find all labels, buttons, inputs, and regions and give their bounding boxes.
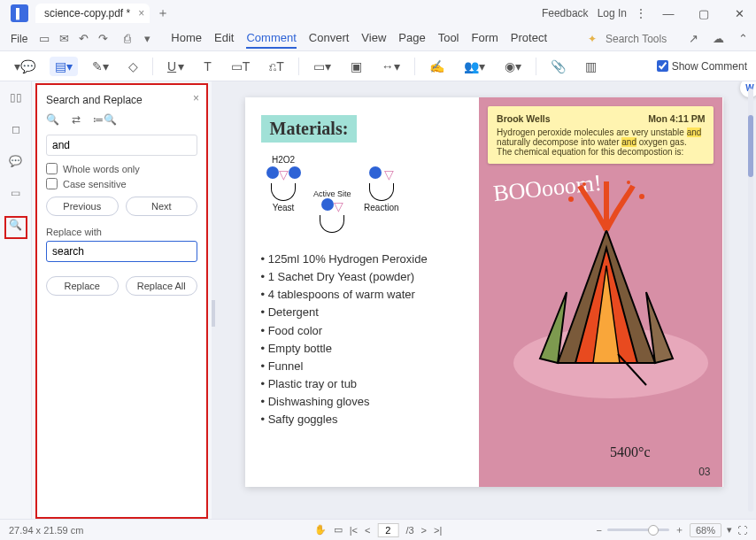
print-dropdown-icon[interactable]: ▾ (139, 32, 155, 45)
mail-icon[interactable]: ✉ (56, 32, 72, 45)
textbox-tool[interactable]: ▭T (226, 57, 256, 76)
stamp-tool[interactable]: ▣ (345, 57, 367, 76)
manage-tool[interactable]: ▥ (580, 57, 602, 76)
maximize-button[interactable]: ▢ (690, 7, 717, 20)
zoom-slider[interactable] (607, 528, 669, 531)
highlight-tool[interactable]: ▤▾ (50, 57, 78, 76)
menu-protect[interactable]: Protect (511, 28, 547, 49)
shape-tool[interactable]: ▭▾ (308, 57, 336, 76)
next-button[interactable]: Next (126, 197, 198, 216)
page-right-column: Brook WellsMon 4:11 PM Hydrogen peroxide… (479, 97, 722, 487)
whole-words-checkbox[interactable]: Whole words only (46, 163, 197, 174)
close-tab-icon[interactable]: × (138, 7, 144, 19)
panel-close-icon[interactable]: × (193, 92, 199, 104)
pencil-tool[interactable]: ✎▾ (87, 57, 114, 76)
attach-tool[interactable]: 📎 (545, 57, 571, 76)
note-tool[interactable]: ▾💬 (9, 57, 41, 76)
menu-edit[interactable]: Edit (214, 28, 234, 49)
highlight-box-sidebar (4, 216, 27, 239)
panel-collapse-handle[interactable] (212, 300, 215, 327)
document-area[interactable]: W Materials: H2O2▽Yeast Active Site▽ ▽Re… (212, 81, 756, 519)
svg-point-7 (627, 181, 630, 184)
previous-button[interactable]: Previous (46, 197, 119, 216)
bookmark-icon[interactable]: ◻ (7, 120, 25, 138)
titlebar: ▌ science-copy.pdf * × ＋ Feedback Log In… (0, 0, 756, 27)
last-page-icon[interactable]: >| (434, 525, 442, 536)
list-item: 125ml 10% Hydrogen Peroxide (261, 251, 464, 268)
note-time: Mon 4:11 PM (648, 113, 705, 124)
replace-all-button[interactable]: Replace All (126, 276, 198, 296)
page-total: /3 (405, 525, 413, 536)
fit-page-icon[interactable]: ⛶ (737, 525, 747, 536)
collapse-ribbon-icon[interactable]: ⌃ (735, 32, 751, 45)
search-mode-icon[interactable]: 🔍 (46, 113, 59, 126)
prev-page-icon[interactable]: < (365, 525, 370, 536)
pdf-page: W Materials: H2O2▽Yeast Active Site▽ ▽Re… (245, 97, 723, 487)
advanced-search-icon[interactable]: ≔🔍 (93, 113, 117, 126)
menu-home[interactable]: Home (171, 28, 202, 49)
molecule-diagram: H2O2▽Yeast Active Site▽ ▽Reaction (261, 155, 464, 235)
replace-mode-icon[interactable]: ⇄ (72, 113, 81, 126)
menu-tool[interactable]: Tool (438, 28, 459, 49)
find-input[interactable] (46, 135, 197, 156)
kebab-icon[interactable]: ⋮ (636, 7, 646, 19)
underline-tool[interactable]: U▾ (162, 57, 189, 76)
list-item: Food color (261, 322, 464, 340)
feedback-link[interactable]: Feedback (542, 7, 589, 19)
show-comment-checkbox[interactable] (657, 60, 668, 72)
zoom-out-icon[interactable]: − (597, 525, 602, 536)
first-page-icon[interactable]: |< (350, 525, 358, 536)
note-author: Brook Wells (497, 113, 551, 124)
sign-tool[interactable]: ✍ (424, 57, 450, 76)
comment-panel-icon[interactable]: 💬 (7, 152, 25, 170)
redo-icon[interactable]: ↷ (95, 32, 111, 45)
eraser-tool[interactable]: ◇ (123, 57, 143, 76)
minimize-button[interactable]: — (655, 7, 682, 20)
login-link[interactable]: Log In (598, 7, 627, 19)
list-item: 1 Sachet Dry Yeast (powder) (261, 268, 464, 286)
callout-tool[interactable]: ⎌T (264, 57, 289, 76)
sparkle-icon[interactable]: ✦ (588, 33, 597, 45)
volcano-illustration (496, 177, 717, 407)
people-tool[interactable]: 👥▾ (459, 57, 490, 76)
share-icon[interactable]: ↗ (685, 32, 701, 45)
menu-convert[interactable]: Convert (309, 28, 350, 49)
vertical-scrollbar[interactable] (747, 81, 754, 519)
add-tab-button[interactable]: ＋ (157, 5, 169, 21)
show-comment-toggle[interactable]: Show Comment (657, 60, 747, 73)
thumbnails-icon[interactable]: ▯▯ (7, 89, 25, 106)
page-input[interactable] (377, 523, 398, 537)
close-window-button[interactable]: ✕ (726, 7, 752, 20)
select-tool-icon[interactable]: ▭ (334, 524, 343, 536)
zoom-value: 68% (690, 523, 721, 537)
file-menu[interactable]: File (5, 33, 33, 45)
next-page-icon[interactable]: > (421, 525, 427, 536)
zoom-in-icon[interactable]: ＋ (675, 523, 684, 536)
list-item: Plastic tray or tub (261, 375, 464, 393)
menu-comment[interactable]: Comment (246, 28, 296, 49)
case-sensitive-checkbox[interactable]: Case sensitive (46, 178, 197, 189)
undo-icon[interactable]: ↶ (75, 32, 91, 45)
menu-page[interactable]: Page (398, 28, 425, 49)
search-tools-input[interactable] (606, 33, 676, 45)
replace-input[interactable] (46, 241, 197, 262)
print-icon[interactable]: ⎙ (120, 32, 135, 45)
list-item: Funnel (261, 358, 464, 375)
menubar: File ▭ ✉ ↶ ↷ ⎙ ▾ Home Edit Comment Conve… (0, 27, 756, 51)
stamp2-tool[interactable]: ◉▾ (499, 57, 527, 76)
save-icon[interactable]: ▭ (36, 32, 52, 45)
zoom-dropdown-icon[interactable]: ▾ (727, 524, 732, 536)
hand-tool-icon[interactable]: ✋ (314, 524, 327, 536)
replace-button[interactable]: Replace (46, 276, 119, 296)
attachment-panel-icon[interactable]: ▭ (7, 184, 25, 202)
comment-note[interactable]: Brook WellsMon 4:11 PM Hydrogen peroxide… (488, 106, 714, 164)
menu-form[interactable]: Form (472, 28, 498, 49)
temperature-label: 5400°c (610, 444, 651, 460)
cloud-icon[interactable]: ☁ (710, 32, 726, 45)
svg-point-5 (639, 194, 644, 199)
measure-tool[interactable]: ↔▾ (376, 57, 405, 76)
menu-view[interactable]: View (361, 28, 386, 49)
text-tool[interactable]: T (198, 57, 217, 76)
document-tab[interactable]: science-copy.pdf * × (35, 4, 150, 23)
list-item: Empty bottle (261, 340, 464, 358)
